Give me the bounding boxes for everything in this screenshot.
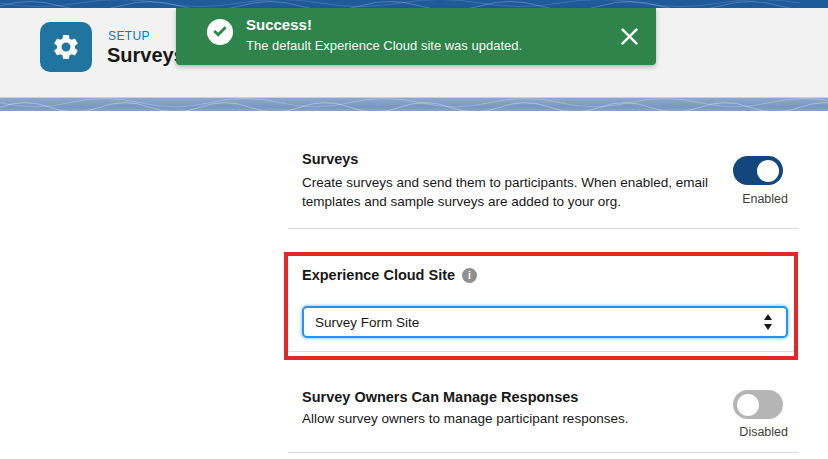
survey-owners-description: Allow survey owners to manage participan… [302,410,742,429]
top-banner-strip [0,0,828,8]
header-texture-band [0,97,828,111]
success-toast: Success! The default Experience Cloud si… [176,8,656,65]
experience-cloud-site-heading: Experience Cloud Site [302,267,455,283]
divider [288,452,798,453]
divider [288,351,798,352]
experience-cloud-site-select[interactable]: Survey Form Site [302,306,788,338]
success-check-icon [207,19,233,45]
divider [288,228,798,229]
page-title: Surveys [107,44,185,67]
survey-owners-heading: Survey Owners Can Manage Responses [302,389,578,405]
toggle-knob [757,160,779,182]
surveys-toggle-state-label: Enabled [718,192,788,206]
toggle-knob [737,394,759,416]
toast-title: Success! [246,16,312,33]
info-icon[interactable]: i [462,268,477,283]
setup-icon-tile [40,22,92,72]
stepper-up-icon [764,314,772,320]
close-icon[interactable] [616,23,642,49]
background-pattern [0,0,828,8]
survey-owners-toggle[interactable] [733,390,783,419]
select-selected-value: Survey Form Site [304,315,764,330]
gear-icon [51,32,81,62]
surveys-section-description: Create surveys and send them to particip… [302,174,732,211]
surveys-setup-page: SETUP Surveys Success! The default Exper… [0,0,828,459]
stepper-down-icon [764,324,772,330]
select-stepper [764,314,772,330]
toast-message: The default Experience Cloud site was up… [246,38,522,53]
background-pattern [0,98,828,111]
surveys-toggle[interactable] [733,156,783,185]
surveys-section-heading: Surveys [302,151,358,167]
survey-owners-toggle-state-label: Disabled [718,425,788,439]
setup-breadcrumb-label: SETUP [108,29,150,43]
close-x-glyph [621,28,638,45]
